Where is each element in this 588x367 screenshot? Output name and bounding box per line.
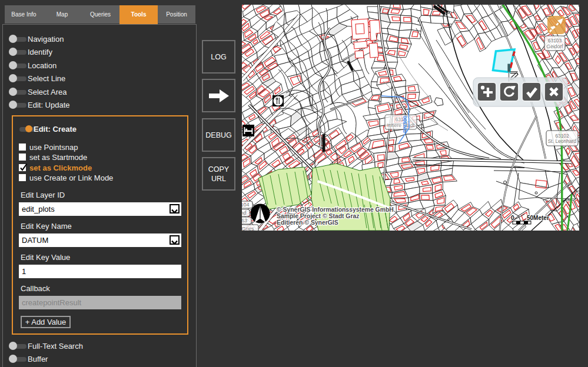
svg-text:0: 0 — [511, 215, 514, 221]
svg-text:Sample Project © Stadt Graz: Sample Project © Stadt Graz — [277, 213, 359, 219]
svg-text:St. Leonhard: St. Leonhard — [548, 138, 577, 144]
svg-text:nd: nd — [242, 210, 247, 216]
svg-text:50Meter: 50Meter — [527, 215, 549, 221]
svg-text:63: 63 — [242, 218, 247, 223]
svg-text:Gries: Gries — [242, 226, 254, 231]
svg-text:Geidorf: Geidorf — [547, 44, 564, 49]
svg-text:Editieren © SynerGIS: Editieren © SynerGIS — [277, 219, 338, 226]
svg-text:63103: 63103 — [548, 38, 562, 44]
svg-text:© SynerGIS Informationssysteme: © SynerGIS Informationssysteme GmbH — [277, 206, 394, 213]
svg-text:DN300: DN300 — [401, 115, 408, 133]
svg-text:63102: 63102 — [555, 133, 569, 139]
svg-text:104: 104 — [242, 202, 250, 208]
